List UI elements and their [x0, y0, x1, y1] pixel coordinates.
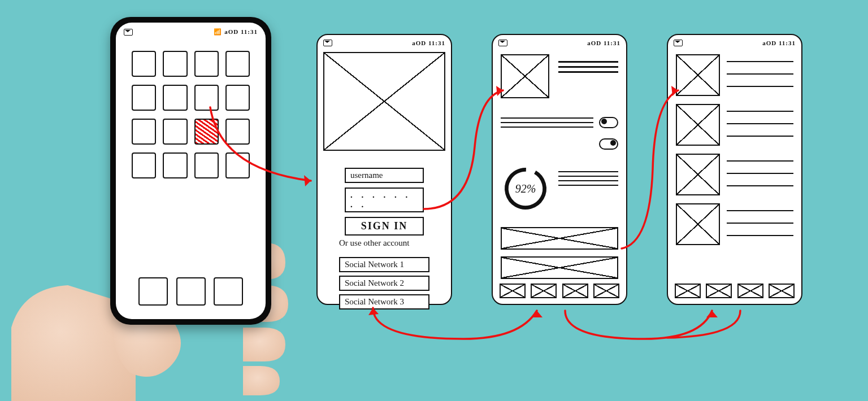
list-text-lines	[727, 203, 793, 239]
password-field[interactable]: . . . . . . . .	[345, 188, 424, 212]
list-item[interactable]	[676, 203, 793, 245]
tab-item[interactable]	[706, 284, 732, 298]
app-icon[interactable]	[194, 119, 219, 145]
wireframe-list: aOD 11:31	[667, 34, 802, 305]
dock-app-icon[interactable]	[214, 277, 243, 306]
social-login-button[interactable]: Social Network 3	[339, 294, 429, 310]
tab-bar	[675, 284, 795, 298]
tab-item[interactable]	[562, 284, 588, 298]
signal-icon: 📶	[214, 28, 224, 35]
list-thumb-placeholder	[676, 54, 720, 96]
app-icon[interactable]	[163, 85, 187, 111]
tab-item[interactable]	[737, 284, 763, 298]
list-text-lines	[727, 154, 793, 190]
app-icon[interactable]	[194, 51, 219, 77]
list-item[interactable]	[676, 54, 793, 96]
hero-image-placeholder	[323, 52, 445, 151]
list-item[interactable]	[676, 104, 793, 146]
tab-item[interactable]	[769, 284, 795, 298]
mail-icon	[498, 40, 507, 46]
status-bar: 📶 aOD 11:31	[124, 28, 258, 36]
status-bar: aOD 11:31	[498, 40, 620, 46]
svg-marker-6	[706, 311, 718, 317]
home-grid	[132, 51, 250, 178]
device-phone: 📶 aOD 11:31	[110, 17, 271, 325]
app-icon[interactable]	[225, 85, 250, 111]
detail-lines	[558, 168, 618, 189]
app-icon[interactable]	[194, 85, 219, 111]
username-field[interactable]: username	[345, 168, 424, 183]
banner-item[interactable]	[501, 256, 618, 279]
app-icon[interactable]	[163, 152, 187, 178]
banner-list	[501, 227, 618, 279]
list-thumb-placeholder	[676, 104, 720, 146]
flow-arrow-back	[350, 305, 757, 356]
list-text-lines	[727, 54, 793, 90]
app-icon[interactable]	[132, 152, 156, 178]
list-item[interactable]	[676, 154, 793, 195]
app-icon[interactable]	[163, 119, 187, 145]
app-icon[interactable]	[132, 51, 156, 77]
toggle-2[interactable]	[599, 138, 618, 150]
tab-item[interactable]	[593, 284, 619, 298]
app-icon[interactable]	[132, 85, 156, 111]
tab-bar	[500, 284, 619, 298]
dock	[138, 277, 243, 306]
app-icon[interactable]	[225, 51, 250, 77]
list-thumb-placeholder	[676, 154, 720, 195]
wireframe-login: aOD 11:31 username . . . . . . . . SIGN …	[316, 34, 452, 305]
wireframe-dashboard: aOD 11:31 92%	[492, 34, 627, 305]
body-lines	[501, 114, 593, 131]
progress-gauge: 92%	[502, 165, 549, 212]
app-icon[interactable]	[132, 119, 156, 145]
mail-icon	[674, 40, 683, 46]
signin-button[interactable]: SIGN IN	[345, 217, 424, 236]
toggle-1[interactable]	[599, 117, 618, 128]
app-icon[interactable]	[194, 152, 219, 178]
status-bar: aOD 11:31	[674, 40, 796, 46]
banner-item[interactable]	[501, 227, 618, 250]
social-login-button[interactable]: Social Network 2	[339, 276, 429, 291]
list-text-lines	[727, 104, 793, 140]
app-icon[interactable]	[225, 152, 250, 178]
mail-icon	[124, 29, 133, 36]
heading-lines	[558, 58, 618, 76]
svg-marker-1	[304, 175, 311, 186]
thumbnail-placeholder	[501, 54, 549, 98]
app-icon[interactable]	[225, 119, 250, 145]
tab-item[interactable]	[675, 284, 701, 298]
mail-icon	[323, 40, 332, 46]
tab-item[interactable]	[500, 284, 526, 298]
tab-item[interactable]	[531, 284, 557, 298]
social-login-button[interactable]: Social Network 1	[339, 257, 429, 272]
dock-app-icon[interactable]	[138, 277, 168, 306]
dock-app-icon[interactable]	[176, 277, 206, 306]
app-icon[interactable]	[163, 51, 187, 77]
status-bar: aOD 11:31	[323, 40, 445, 46]
svg-marker-5	[531, 311, 542, 317]
list-thumb-placeholder	[676, 203, 720, 245]
alt-login-label: Or use other account	[339, 238, 429, 248]
